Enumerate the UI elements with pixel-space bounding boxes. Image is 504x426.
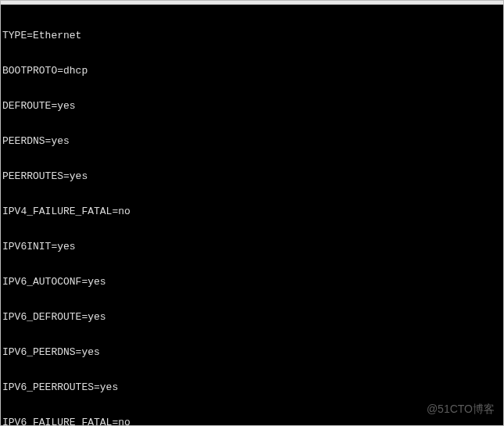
terminal-editor[interactable]: TYPE=Ethernet BOOTPROTO=dhcp DEFROUTE=ye… — [1, 5, 503, 425]
config-line: IPV6_AUTOCONF=yes — [2, 276, 502, 288]
config-line: IPV6_PEERROUTES=yes — [2, 381, 502, 393]
config-line: DEFROUTE=yes — [2, 100, 502, 112]
config-line: PEERROUTES=yes — [2, 170, 502, 182]
config-line: BOOTPROTO=dhcp — [2, 65, 502, 77]
config-line: IPV6_PEERDNS=yes — [2, 346, 502, 358]
config-line: IPV6_DEFROUTE=yes — [2, 311, 502, 323]
config-line: IPV6INIT=yes — [2, 241, 502, 252]
config-line: PEERDNS=yes — [2, 135, 502, 147]
window-frame: TYPE=Ethernet BOOTPROTO=dhcp DEFROUTE=ye… — [0, 0, 504, 426]
config-line: IPV6_FAILURE_FATAL=no — [2, 417, 502, 426]
config-line: IPV4_FAILURE_FATAL=no — [2, 206, 502, 217]
config-line: TYPE=Ethernet — [2, 30, 502, 41]
watermark: @51CTO博客 — [427, 403, 495, 417]
